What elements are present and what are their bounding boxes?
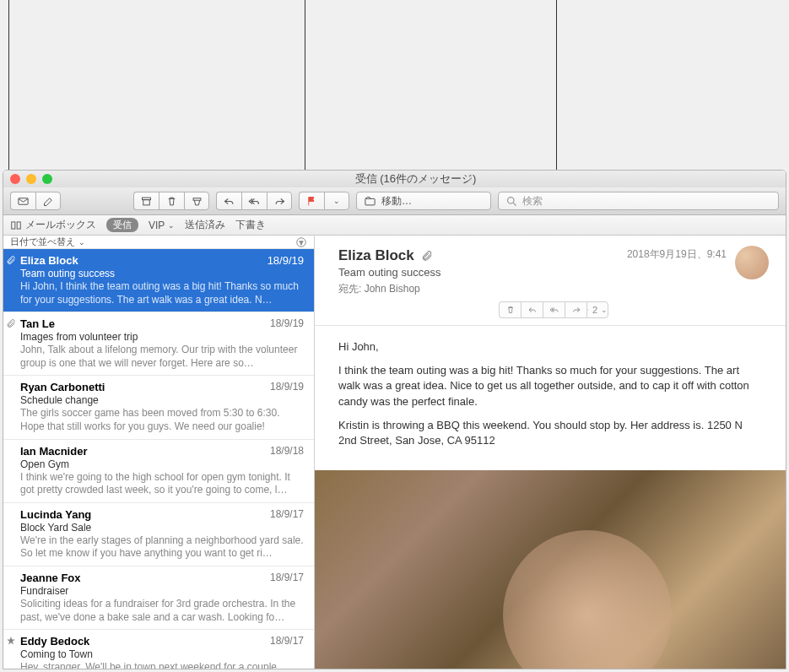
flag-button[interactable] bbox=[299, 192, 324, 210]
msg-subject: Coming to Town bbox=[20, 648, 304, 660]
header-reply-all-button[interactable] bbox=[543, 301, 565, 318]
msg-subject: Schedule change bbox=[20, 394, 304, 406]
svg-rect-4 bbox=[365, 198, 375, 205]
header-date: 2018年9月19日、9:41 bbox=[627, 247, 727, 262]
message-row[interactable]: Jeanne Fox18/9/17FundraiserSoliciting id… bbox=[3, 566, 314, 630]
msg-from: Ryan Carbonetti bbox=[20, 381, 105, 393]
titlebar: 受信 (16件のメッセージ) bbox=[3, 171, 786, 187]
vip-tab[interactable]: VIP ⌄ bbox=[149, 219, 175, 231]
msg-from: Jeanne Fox bbox=[20, 572, 81, 584]
msg-date: 18/9/17 bbox=[270, 508, 304, 521]
search-placeholder: 検索 bbox=[522, 194, 543, 209]
mail-window: 受信 (16件のメッセージ) ⌄ 移動… 検索 bbox=[3, 170, 786, 669]
message-row[interactable]: Ian Macnider18/9/18Open GymI think we're… bbox=[3, 440, 314, 503]
junk-button[interactable] bbox=[184, 192, 209, 210]
message-row[interactable]: Lucinda Yang18/9/17Block Yard SaleWe're … bbox=[3, 503, 314, 566]
svg-rect-7 bbox=[17, 221, 20, 228]
body-paragraph: Hi John, bbox=[338, 339, 762, 355]
sender-avatar bbox=[735, 246, 769, 279]
star-icon bbox=[6, 636, 16, 646]
attachment-icon bbox=[6, 255, 16, 265]
forward-button[interactable] bbox=[267, 192, 292, 210]
inbox-tab[interactable]: 受信 bbox=[106, 218, 138, 232]
header-delete-button[interactable] bbox=[499, 301, 521, 318]
msg-from: Eliza Block bbox=[20, 254, 78, 267]
search-field[interactable]: 検索 bbox=[498, 192, 779, 210]
msg-preview: Hey, stranger. We'll be in town next wee… bbox=[20, 661, 304, 669]
flag-menu-button[interactable]: ⌄ bbox=[324, 192, 349, 210]
message-row[interactable]: Eliza Block18/9/19Team outing successHi … bbox=[3, 249, 314, 312]
sent-tab[interactable]: 送信済み bbox=[185, 218, 225, 232]
filter-icon[interactable] bbox=[295, 236, 307, 248]
favorites-bar: メールボックス 受信 VIP ⌄ 送信済み 下書き bbox=[3, 215, 786, 236]
attached-image bbox=[315, 470, 786, 669]
toolbar: ⌄ 移動… 検索 bbox=[3, 187, 786, 215]
svg-point-5 bbox=[508, 197, 515, 203]
msg-subject: Block Yard Sale bbox=[20, 522, 304, 534]
msg-date: 18/9/19 bbox=[268, 254, 304, 267]
reply-button[interactable] bbox=[216, 192, 241, 210]
msg-from: Tan Le bbox=[20, 317, 55, 330]
minimize-window-button[interactable] bbox=[26, 174, 36, 184]
msg-date: 18/9/18 bbox=[270, 445, 304, 458]
window-title: 受信 (16件のメッセージ) bbox=[52, 171, 779, 187]
header-reply-button[interactable] bbox=[521, 301, 543, 318]
svg-rect-0 bbox=[19, 198, 28, 204]
msg-from: Eddy Bedock bbox=[20, 635, 89, 648]
message-row[interactable]: Eddy Bedock18/9/17Coming to TownHey, str… bbox=[3, 630, 314, 669]
header-from: Eliza Block bbox=[338, 247, 414, 264]
sort-bar[interactable]: 日付で並べ替え ⌄ bbox=[3, 236, 314, 249]
message-row[interactable]: Ryan Carbonetti18/9/19Schedule changeThe… bbox=[3, 376, 314, 439]
move-button[interactable]: 移動… bbox=[356, 192, 491, 210]
msg-subject: Fundraiser bbox=[20, 585, 304, 597]
reply-all-button[interactable] bbox=[241, 192, 267, 210]
drafts-tab[interactable]: 下書き bbox=[235, 218, 266, 232]
msg-date: 18/9/17 bbox=[270, 572, 304, 584]
attachment-icon bbox=[6, 318, 16, 328]
header-to: John Bishop bbox=[365, 283, 420, 295]
msg-preview: John, Talk about a lifelong memory. Our … bbox=[20, 344, 304, 370]
mailboxes-button[interactable]: メールボックス bbox=[10, 218, 96, 232]
message-list: 日付で並べ替え ⌄ Eliza Block18/9/19Team outing … bbox=[3, 236, 315, 669]
message-row[interactable]: Tan Le18/9/19Images from volunteer tripJ… bbox=[3, 312, 314, 376]
msg-date: 18/9/19 bbox=[270, 381, 304, 393]
svg-rect-2 bbox=[143, 199, 150, 204]
msg-subject: Team outing success bbox=[20, 268, 304, 279]
msg-preview: Soliciting ideas for a fundraiser for 3r… bbox=[20, 598, 304, 624]
msg-preview: Hi John, I think the team outing was a b… bbox=[20, 280, 304, 306]
header-subject: Team outing success bbox=[338, 266, 769, 279]
message-reader: Eliza Block Team outing success 宛先: John… bbox=[315, 236, 786, 669]
delete-button[interactable] bbox=[159, 192, 184, 210]
msg-date: 18/9/19 bbox=[270, 317, 304, 330]
body-paragraph: Kristin is throwing a BBQ this weekend. … bbox=[338, 418, 762, 448]
close-window-button[interactable] bbox=[10, 174, 20, 184]
msg-preview: We're in the early stages of planning a … bbox=[20, 534, 304, 561]
move-label: 移動… bbox=[381, 194, 412, 209]
svg-rect-3 bbox=[193, 198, 201, 200]
msg-subject: Images from volunteer trip bbox=[20, 331, 304, 343]
body-paragraph: I think the team outing was a big hit! T… bbox=[338, 363, 762, 409]
get-mail-button[interactable] bbox=[10, 192, 35, 210]
header-attachments-button[interactable]: 2⌄ bbox=[586, 301, 608, 318]
message-body: Hi John,I think the team outing was a bi… bbox=[315, 326, 786, 470]
header-forward-button[interactable] bbox=[565, 301, 586, 318]
msg-preview: The girls soccer game has been moved fro… bbox=[20, 407, 304, 433]
msg-from: Ian Macnider bbox=[20, 445, 87, 458]
msg-from: Lucinda Yang bbox=[20, 508, 91, 521]
svg-rect-6 bbox=[12, 221, 15, 228]
msg-subject: Open Gym bbox=[20, 458, 304, 470]
compose-button[interactable] bbox=[35, 192, 61, 210]
msg-date: 18/9/17 bbox=[270, 635, 304, 648]
msg-preview: I think we're going to the high school f… bbox=[20, 471, 304, 497]
archive-button[interactable] bbox=[133, 192, 159, 210]
attachment-icon bbox=[421, 250, 433, 262]
zoom-window-button[interactable] bbox=[42, 174, 52, 184]
